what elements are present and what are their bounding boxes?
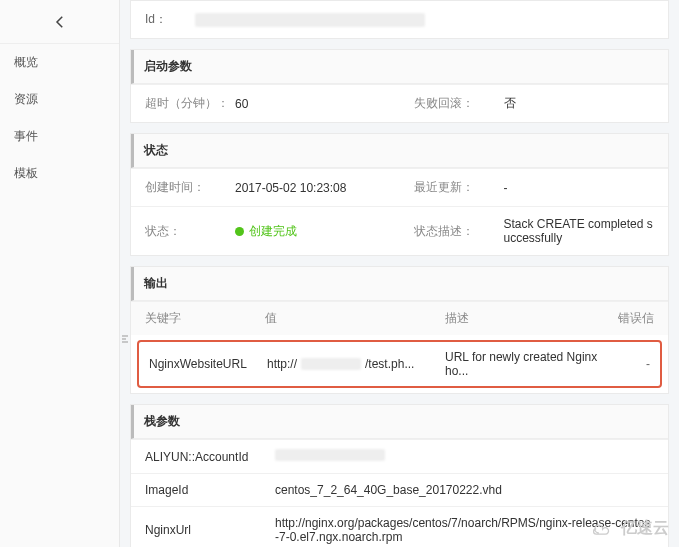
state-desc-label: 状态描述： xyxy=(414,223,504,240)
stack-param-key: ImageId xyxy=(145,483,275,497)
stack-params-title: 栈参数 xyxy=(131,405,668,439)
sidebar-item-resources[interactable]: 资源 xyxy=(0,81,119,118)
status-dot-icon xyxy=(235,227,244,236)
collapse-icon xyxy=(120,333,132,345)
id-label: Id： xyxy=(145,11,195,28)
stack-param-value: centos_7_2_64_40G_base_20170222.vhd xyxy=(275,483,654,497)
status-panel: 状态 创建时间：2017-05-02 10:23:08 最近更新：- 状态：创建… xyxy=(130,133,669,256)
output-value-redacted xyxy=(301,358,361,370)
startup-panel: 启动参数 超时（分钟）：60 失败回滚：否 xyxy=(130,49,669,123)
output-panel: 输出 关键字 值 描述 错误信 NginxWebsiteURL http:///… xyxy=(130,266,669,394)
state-value: 创建完成 xyxy=(235,223,386,240)
updated-label: 最近更新： xyxy=(414,179,504,196)
stack-param-value: http://nginx.org/packages/centos/7/noarc… xyxy=(275,516,654,544)
stack-param-value xyxy=(275,449,654,464)
sidebar-item-overview[interactable]: 概览 xyxy=(0,44,119,81)
output-hdr-key: 关键字 xyxy=(145,310,265,327)
timeout-value: 60 xyxy=(235,97,386,111)
chevron-left-icon xyxy=(51,13,69,31)
created-value: 2017-05-02 10:23:08 xyxy=(235,181,386,195)
output-hdr-err: 错误信 xyxy=(604,310,654,327)
stack-param-redacted xyxy=(275,449,385,461)
output-desc: URL for newly created Nginx ho... xyxy=(445,350,604,378)
output-hdr-val: 值 xyxy=(265,310,445,327)
sidebar-item-events[interactable]: 事件 xyxy=(0,118,119,155)
main-content: Id： 启动参数 超时（分钟）：60 失败回滚：否 状态 创建时间：2017-0… xyxy=(120,0,679,547)
rollback-label: 失败回滚： xyxy=(414,95,504,112)
stack-params-panel: 栈参数 ALIYUN::AccountIdImageIdcentos_7_2_6… xyxy=(130,404,669,547)
rollback-value: 否 xyxy=(504,95,655,112)
startup-title: 启动参数 xyxy=(131,50,668,84)
back-button[interactable] xyxy=(0,0,119,44)
id-value-redacted xyxy=(195,13,425,27)
stack-param-row: NginxUrlhttp://nginx.org/packages/centos… xyxy=(131,506,668,547)
state-label: 状态： xyxy=(145,223,235,240)
output-hdr-desc: 描述 xyxy=(445,310,604,327)
sidebar-collapse-handle[interactable] xyxy=(120,330,132,348)
updated-value: - xyxy=(504,181,655,195)
created-label: 创建时间： xyxy=(145,179,235,196)
sidebar: 概览 资源 事件 模板 xyxy=(0,0,120,547)
output-header-row: 关键字 值 描述 错误信 xyxy=(131,301,668,335)
output-row-highlighted[interactable]: NginxWebsiteURL http:///test.ph... URL f… xyxy=(137,340,662,388)
stack-param-key: ALIYUN::AccountId xyxy=(145,450,275,464)
timeout-label: 超时（分钟）： xyxy=(145,95,235,112)
output-err: - xyxy=(604,357,650,371)
stack-param-row: ImageIdcentos_7_2_64_40G_base_20170222.v… xyxy=(131,473,668,506)
sidebar-item-template[interactable]: 模板 xyxy=(0,155,119,192)
status-title: 状态 xyxy=(131,134,668,168)
stack-param-key: NginxUrl xyxy=(145,523,275,537)
output-title: 输出 xyxy=(131,267,668,301)
state-desc-value: Stack CREATE completed successfully xyxy=(504,217,655,245)
id-panel: Id： xyxy=(130,0,669,39)
output-value: http:///test.ph... xyxy=(267,357,445,371)
stack-param-row: ALIYUN::AccountId xyxy=(131,439,668,473)
output-key: NginxWebsiteURL xyxy=(149,357,267,371)
